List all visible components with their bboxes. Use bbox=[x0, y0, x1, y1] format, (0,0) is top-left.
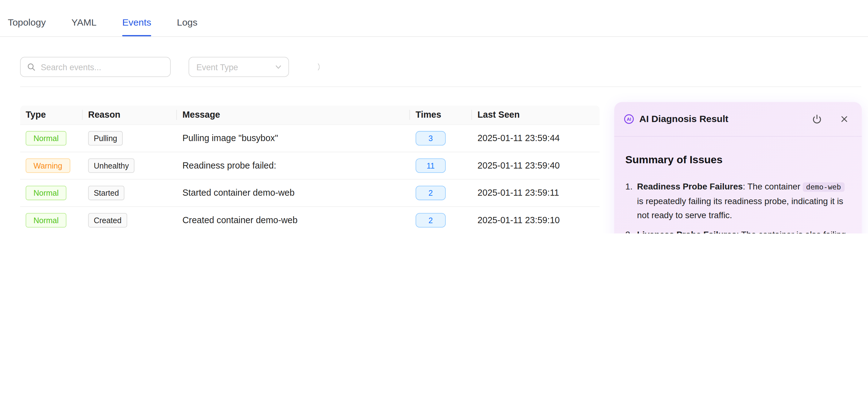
ai-panel-header: AI AI Diagnosis Result bbox=[614, 102, 862, 137]
event-type-badge: Normal bbox=[26, 186, 66, 200]
event-message: Readiness probe failed: bbox=[177, 153, 410, 179]
issue-item: 1. Readiness Probe Failures: The contain… bbox=[625, 180, 851, 222]
event-reason-badge: Unhealthy bbox=[88, 158, 134, 172]
table-header-row: Type Reason Message Times Last Seen bbox=[20, 105, 599, 125]
issue-title: Liveness Probe Failures bbox=[637, 230, 737, 233]
section-divider bbox=[20, 87, 861, 87]
svg-text:AI: AI bbox=[627, 117, 631, 122]
issue-text: is repeatedly failing its readiness prob… bbox=[637, 196, 843, 220]
header-type: Type bbox=[20, 105, 83, 125]
search-events-input[interactable] bbox=[40, 62, 164, 72]
close-icon bbox=[840, 115, 848, 123]
events-table: Type Reason Message Times Last Seen Norm… bbox=[20, 105, 599, 233]
event-message: Started container demo-web bbox=[177, 180, 410, 206]
filter-bar: Event Type bbox=[20, 57, 861, 77]
header-message: Message bbox=[177, 105, 410, 125]
event-last-seen: 2025-01-11 23:59:11 bbox=[472, 180, 599, 206]
ai-logo-icon: AI bbox=[623, 114, 634, 124]
event-times-badge: 2 bbox=[415, 213, 445, 227]
event-type-badge: Normal bbox=[26, 131, 66, 146]
power-button[interactable] bbox=[810, 113, 823, 126]
tab-bar: Topology YAML Events Logs bbox=[0, 0, 868, 37]
issue-text: : The container bbox=[743, 182, 803, 191]
issue-number: 2. bbox=[625, 228, 637, 233]
table-row: Warning Unhealthy Readiness probe failed… bbox=[20, 152, 599, 180]
event-message: Created container demo-web bbox=[177, 207, 410, 233]
issue-title: Readiness Probe Failures bbox=[637, 182, 743, 191]
event-times-badge: 3 bbox=[415, 131, 445, 146]
search-events-box[interactable] bbox=[20, 57, 170, 77]
summary-heading: Summary of Issues bbox=[625, 154, 851, 166]
event-last-seen: 2025-01-11 23:59:10 bbox=[472, 207, 599, 233]
ai-panel-body: Summary of Issues 1. Readiness Probe Fai… bbox=[614, 154, 862, 233]
header-times: Times bbox=[410, 105, 472, 125]
issue-code: demo-web bbox=[803, 182, 844, 192]
table-row: Normal Pulling Pulling image "busybox" 3… bbox=[20, 125, 599, 152]
issue-item: 2. Liveness Probe Failures: The containe… bbox=[625, 228, 851, 233]
event-times-badge: 2 bbox=[415, 186, 445, 200]
events-page: Topology YAML Events Logs Event Type Typ… bbox=[0, 0, 868, 233]
tab-events[interactable]: Events bbox=[122, 9, 151, 36]
header-last-seen: Last Seen bbox=[472, 105, 599, 125]
power-icon bbox=[812, 114, 821, 124]
header-reason: Reason bbox=[83, 105, 177, 125]
tab-yaml[interactable]: YAML bbox=[71, 9, 96, 36]
event-reason-badge: Pulling bbox=[88, 131, 123, 146]
main-content: Type Reason Message Times Last Seen Norm… bbox=[20, 102, 862, 233]
ai-diagnosis-panel: AI AI Diagnosis Result Summary of Issues bbox=[614, 102, 862, 233]
tab-topology[interactable]: Topology bbox=[8, 9, 46, 36]
event-times-badge: 11 bbox=[415, 158, 445, 172]
event-reason-badge: Created bbox=[88, 213, 127, 227]
event-reason-badge: Started bbox=[88, 186, 124, 200]
tab-logs[interactable]: Logs bbox=[177, 9, 198, 36]
event-message: Pulling image "busybox" bbox=[177, 126, 410, 151]
issues-list: 1. Readiness Probe Failures: The contain… bbox=[625, 180, 851, 233]
chevron-down-icon bbox=[275, 64, 282, 70]
event-type-select[interactable]: Event Type bbox=[189, 57, 289, 77]
event-last-seen: 2025-01-11 23:59:44 bbox=[472, 126, 599, 151]
search-icon bbox=[28, 63, 35, 71]
event-type-badge: Warning bbox=[26, 158, 70, 172]
event-last-seen: 2025-01-11 23:59:40 bbox=[472, 153, 599, 179]
close-panel-button[interactable] bbox=[837, 113, 851, 126]
table-row: Normal Started Started container demo-we… bbox=[20, 180, 599, 207]
event-type-select-value: Event Type bbox=[196, 62, 238, 71]
ai-panel-title: AI Diagnosis Result bbox=[639, 114, 810, 125]
event-type-badge: Normal bbox=[26, 213, 66, 227]
issue-number: 1. bbox=[625, 180, 637, 222]
table-row: Normal Created Created container demo-we… bbox=[20, 207, 599, 233]
loading-spinner-icon bbox=[310, 62, 320, 72]
